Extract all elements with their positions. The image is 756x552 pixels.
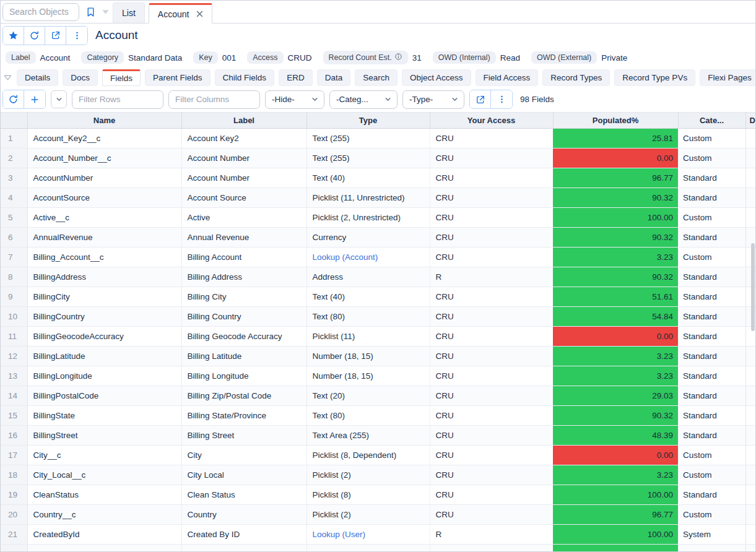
cell-field-name[interactable]: CreatedById xyxy=(27,525,181,545)
subtab-label: Field Access xyxy=(484,73,531,82)
cell-field-name[interactable]: BillingStreet xyxy=(27,426,181,446)
cell-field-label: Billing Latitude xyxy=(181,347,306,366)
more-options-kebab-button[interactable] xyxy=(66,27,87,45)
info-icon[interactable] xyxy=(394,53,402,63)
cell-field-name[interactable]: Account_Number__c xyxy=(27,149,181,168)
table-row[interactable]: 15 BillingState Billing State/Province T… xyxy=(1,406,755,426)
vertical-scrollbar[interactable] xyxy=(751,243,755,331)
table-row[interactable]: 17 City__c City Picklist (8, Dependent) … xyxy=(1,446,755,465)
subtab-field-access[interactable]: Field Access xyxy=(476,69,539,86)
subtab-data[interactable]: Data xyxy=(317,69,351,86)
subtab-flexi-pages[interactable]: Flexi Pages xyxy=(700,69,756,86)
cell-field-name[interactable]: City_Local__c xyxy=(27,465,181,485)
subtab-label: Parent Fields xyxy=(153,73,202,82)
subtab-record-types[interactable]: Record Types xyxy=(542,69,610,86)
table-row[interactable]: 10 BillingCountry Billing Country Text (… xyxy=(1,307,755,327)
chevron-down-icon[interactable] xyxy=(98,3,113,20)
subtab-search[interactable]: Search xyxy=(355,69,398,86)
cell-field-name[interactable]: Billing_Account__c xyxy=(27,248,181,267)
subtab-record-type-pvs[interactable]: Record Type PVs xyxy=(614,69,695,86)
type-select[interactable]: -Type- xyxy=(402,90,464,109)
fields-grid: Name Label Type Your Access Populated% C… xyxy=(1,112,755,552)
filter-rows-input[interactable] xyxy=(72,90,163,109)
cell-field-name[interactable]: BillingCity xyxy=(27,287,181,307)
refresh-fields-button[interactable] xyxy=(3,90,24,108)
table-row[interactable]: 14 BillingPostalCode Billing Zip/Postal … xyxy=(1,386,755,406)
table-row[interactable]: 13 BillingLongitude Billing Longitude Nu… xyxy=(1,366,755,386)
row-number: 5 xyxy=(1,208,27,228)
cell-field-type[interactable]: Lookup (Account) xyxy=(306,248,430,267)
favorite-star-button[interactable] xyxy=(3,27,24,45)
tab-list[interactable]: List xyxy=(113,2,145,23)
subtab-child-fields[interactable]: Child Fields xyxy=(215,69,275,86)
cell-field-name[interactable]: CreatedDate xyxy=(27,545,181,552)
header-category[interactable]: Cate... xyxy=(678,113,745,129)
header-your-access[interactable]: Your Access xyxy=(430,113,553,129)
cell-field-type: Text (20) xyxy=(306,386,430,406)
cell-field-name[interactable]: Country__c xyxy=(27,505,181,525)
cell-extra xyxy=(745,188,755,208)
table-row[interactable]: 16 BillingStreet Billing Street Text Are… xyxy=(1,426,755,446)
subtab-object-access[interactable]: Object Access xyxy=(402,69,471,86)
cell-field-name[interactable]: CleanStatus xyxy=(27,485,181,505)
table-row[interactable]: 4 AccountSource Account Source Picklist … xyxy=(1,188,755,208)
table-row[interactable]: 8 BillingAddress Billing Address Address… xyxy=(1,267,755,287)
refresh-button[interactable] xyxy=(24,27,45,45)
table-row[interactable]: 18 City_Local__c City Local Picklist (2)… xyxy=(1,465,755,485)
table-row[interactable]: 22 CreatedDate Created Date Date/Time R … xyxy=(1,545,755,552)
header-populated[interactable]: Populated% xyxy=(553,113,678,129)
table-row[interactable]: 6 AnnualRevenue Annual Revenue Currency … xyxy=(1,228,755,248)
subtab-erd[interactable]: ERD xyxy=(279,69,313,86)
cell-field-name[interactable]: AccountSource xyxy=(27,188,181,208)
header-name[interactable]: Name xyxy=(27,113,181,129)
expand-chevron-button[interactable] xyxy=(51,90,67,108)
collapse-triangle-icon[interactable] xyxy=(3,73,12,82)
cell-field-name[interactable]: BillingAddress xyxy=(27,267,181,287)
hide-select[interactable]: -Hide- xyxy=(265,90,324,109)
table-row[interactable]: 21 CreatedById Created By ID Lookup (Use… xyxy=(1,525,755,545)
filter-columns-input[interactable] xyxy=(168,90,260,109)
subtab-details[interactable]: Details xyxy=(17,69,58,86)
grid-kebab-button[interactable] xyxy=(491,90,512,108)
open-in-new-button[interactable] xyxy=(45,27,66,45)
cell-field-name[interactable]: BillingPostalCode xyxy=(27,386,181,406)
tab-account[interactable]: Account xyxy=(149,3,213,24)
add-field-button[interactable] xyxy=(24,90,45,108)
cell-field-name[interactable]: AccountNumber xyxy=(27,168,181,188)
subtab-fields[interactable]: Fields xyxy=(102,69,141,86)
subtab-parent-fields[interactable]: Parent Fields xyxy=(145,69,211,86)
export-open-button[interactable] xyxy=(470,90,491,108)
table-row[interactable]: 1 Account_Key2__c Account Key2 Text (255… xyxy=(1,129,755,149)
cell-extra xyxy=(745,347,755,366)
header-extra[interactable]: D xyxy=(745,113,755,129)
cell-field-name[interactable]: AnnualRevenue xyxy=(27,228,181,248)
cell-field-type: Text (255) xyxy=(306,149,430,168)
cell-field-name[interactable]: Account_Key2__c xyxy=(27,129,181,149)
cell-extra xyxy=(745,168,755,188)
subtab-docs[interactable]: Docs xyxy=(63,69,98,86)
table-row[interactable]: 11 BillingGeocodeAccuracy Billing Geocod… xyxy=(1,327,755,347)
header-type[interactable]: Type xyxy=(306,113,430,129)
cell-your-access: CRU xyxy=(430,406,553,426)
table-row[interactable]: 7 Billing_Account__c Billing Account Loo… xyxy=(1,248,755,267)
table-row[interactable]: 19 CleanStatus Clean Status Picklist (8)… xyxy=(1,485,755,505)
bookmark-icon[interactable] xyxy=(83,3,98,20)
table-row[interactable]: 20 Country__c Country Picklist (2) CRU 9… xyxy=(1,505,755,525)
search-objects-input[interactable] xyxy=(2,3,79,21)
cell-field-name[interactable]: BillingLatitude xyxy=(27,347,181,366)
cell-field-name[interactable]: City__c xyxy=(27,446,181,465)
table-row[interactable]: 5 Active__c Active Picklist (2, Unrestri… xyxy=(1,208,755,228)
cell-field-name[interactable]: Active__c xyxy=(27,208,181,228)
cell-field-name[interactable]: BillingGeocodeAccuracy xyxy=(27,327,181,347)
table-row[interactable]: 3 AccountNumber Account Number Text (40)… xyxy=(1,168,755,188)
table-row[interactable]: 2 Account_Number__c Account Number Text … xyxy=(1,149,755,168)
cell-field-name[interactable]: BillingState xyxy=(27,406,181,426)
cell-field-type[interactable]: Lookup (User) xyxy=(306,525,430,545)
close-tab-icon[interactable] xyxy=(196,11,203,17)
category-select[interactable]: -Categ... xyxy=(329,90,398,109)
header-label[interactable]: Label xyxy=(181,113,306,129)
table-row[interactable]: 9 BillingCity Billing City Text (40) CRU… xyxy=(1,287,755,307)
cell-field-name[interactable]: BillingLongitude xyxy=(27,366,181,386)
cell-field-name[interactable]: BillingCountry xyxy=(27,307,181,327)
table-row[interactable]: 12 BillingLatitude Billing Latitude Numb… xyxy=(1,347,755,366)
